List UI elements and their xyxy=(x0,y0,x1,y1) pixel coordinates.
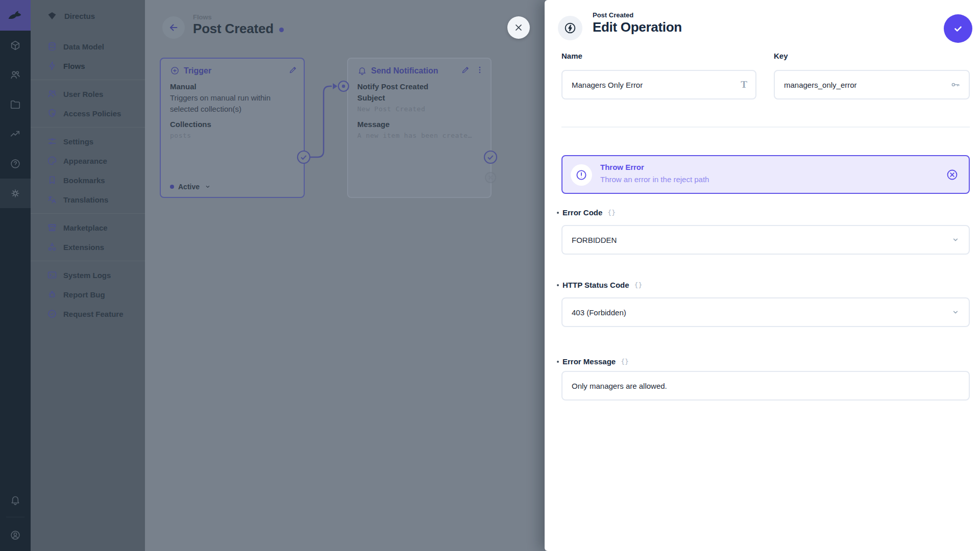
error-code-value: FORBIDDEN xyxy=(572,236,617,244)
operation-card-title: Send Notification xyxy=(371,66,438,76)
message-label: Message xyxy=(357,119,483,130)
sidebar-item-user-roles[interactable]: User Roles xyxy=(31,84,145,104)
collections-value: posts xyxy=(170,130,297,141)
sidebar-item-flows[interactable]: Flows xyxy=(31,56,145,76)
trigger-card[interactable]: Trigger Manual Triggers on manual run wi… xyxy=(160,58,305,198)
flow-status-dot xyxy=(279,28,284,32)
arrow-left-icon xyxy=(168,22,179,33)
raw-value-icon[interactable]: {} xyxy=(607,209,616,216)
module-settings[interactable] xyxy=(0,179,31,208)
operation-type-panel: Throw Error Throw an error in the reject… xyxy=(561,155,970,194)
operation-type-title: Throw Error xyxy=(600,163,644,171)
save-button[interactable] xyxy=(944,14,972,43)
module-docs[interactable] xyxy=(0,149,31,179)
http-status-select[interactable]: 403 (Forbidden) xyxy=(561,297,970,327)
operation-card-send-notification[interactable]: Send Notification Notify Post Created Su… xyxy=(347,58,492,198)
sidebar-item-data-model[interactable]: Data Model xyxy=(31,37,145,56)
shield-user-icon xyxy=(47,108,57,118)
throw-error-icon xyxy=(571,164,592,186)
bolt-icon xyxy=(47,61,57,71)
notifications-button[interactable] xyxy=(0,485,31,515)
nav-sidebar: Directus Data ModelFlowsUser RolesAccess… xyxy=(31,0,145,551)
edit-trigger-icon[interactable] xyxy=(288,65,298,74)
help-icon xyxy=(10,158,21,169)
sidebar-item-label: Marketplace xyxy=(63,223,108,232)
chevron-down-icon xyxy=(950,235,961,245)
module-bar-divider xyxy=(6,517,24,517)
collections-label: Collections xyxy=(170,119,297,130)
breadcrumb: Flows xyxy=(193,13,212,21)
edit-operation-icon[interactable] xyxy=(461,65,470,74)
chevron-down-icon xyxy=(204,183,212,191)
module-bar xyxy=(0,0,31,551)
sidebar-item-system-logs[interactable]: System Logs xyxy=(31,265,145,285)
flow-icon-chip xyxy=(558,16,582,40)
name-value: Managers Only Error xyxy=(572,81,643,89)
edit-operation-drawer: Post Created Edit Operation Name Manager… xyxy=(545,0,980,551)
http-status-label: HTTP Status Code {} xyxy=(562,281,642,289)
sidebar-item-access-policies[interactable]: Access Policies xyxy=(31,104,145,123)
flow-canvas: Flows Post Created Trigger Manual Trigge… xyxy=(145,0,545,551)
error-code-select[interactable]: FORBIDDEN xyxy=(561,225,970,255)
error-message-input[interactable]: Only managers are allowed. xyxy=(561,371,970,400)
deselect-operation-button[interactable] xyxy=(946,168,959,181)
name-label: Name xyxy=(561,52,582,60)
sidebar-item-appearance[interactable]: Appearance xyxy=(31,151,145,170)
drawer-title: Edit Operation xyxy=(593,19,682,35)
users-icon xyxy=(47,89,57,99)
close-drawer-button[interactable] xyxy=(507,16,530,39)
close-icon xyxy=(513,22,524,33)
key-input[interactable]: managers_only_error xyxy=(774,70,970,99)
sidebar-item-report-bug[interactable]: Report Bug xyxy=(31,285,145,304)
raw-value-icon[interactable]: {} xyxy=(634,281,643,289)
page-title: Post Created xyxy=(193,21,274,37)
sidebar-item-bookmarks[interactable]: Bookmarks xyxy=(31,170,145,190)
sidebar-item-settings[interactable]: Settings xyxy=(31,132,145,151)
sidebar-item-translations[interactable]: Translations xyxy=(31,190,145,209)
translate-icon xyxy=(47,194,57,205)
module-content[interactable] xyxy=(0,31,31,60)
cube-icon xyxy=(10,40,21,51)
operation-name: Notify Post Created xyxy=(357,81,483,92)
http-status-value: 403 (Forbidden) xyxy=(572,308,626,317)
edited-dot xyxy=(557,212,559,214)
project-name: Directus xyxy=(64,12,95,20)
sidebar-item-label: Report Bug xyxy=(63,290,105,299)
sidebar-item-label: Settings xyxy=(63,137,93,146)
drawer-subtitle: Post Created xyxy=(593,11,633,19)
active-status-dot xyxy=(170,185,174,189)
sidebar-item-marketplace[interactable]: Marketplace xyxy=(31,218,145,237)
error-code-label: Error Code {} xyxy=(562,208,616,217)
terminal-icon xyxy=(47,270,57,280)
bell-icon xyxy=(357,66,367,76)
operation-type-description: Throw an error in the reject path xyxy=(600,175,709,184)
trigger-type: Manual xyxy=(170,81,297,92)
bug-icon xyxy=(47,289,57,299)
nav-divider xyxy=(31,261,145,261)
palette-icon xyxy=(47,156,57,166)
sidebar-item-request-feature[interactable]: Request Feature xyxy=(31,304,145,323)
module-files[interactable] xyxy=(0,90,31,119)
tune-icon xyxy=(47,136,57,146)
nav-divider xyxy=(31,80,145,80)
module-insights[interactable] xyxy=(0,119,31,149)
name-input[interactable]: Managers Only Error T xyxy=(561,70,756,99)
module-users[interactable] xyxy=(0,60,31,90)
folder-icon xyxy=(10,99,21,110)
sidebar-item-label: Flows xyxy=(63,62,85,70)
sidebar-item-extensions[interactable]: Extensions xyxy=(31,237,145,257)
raw-value-icon[interactable]: {} xyxy=(621,358,629,365)
user-menu-button[interactable] xyxy=(0,519,31,551)
error-message-label: Error Message {} xyxy=(562,357,629,366)
badge-check-icon xyxy=(47,309,57,319)
gear-icon xyxy=(10,188,21,199)
directus-logo[interactable] xyxy=(0,0,31,31)
subject-value: New Post Created xyxy=(357,104,483,115)
back-button[interactable] xyxy=(162,16,185,39)
context-menu-icon[interactable] xyxy=(475,65,484,74)
flow-status-toggle[interactable]: Active xyxy=(170,183,212,191)
directus-rabbit-icon xyxy=(7,7,24,24)
project-header[interactable]: Directus xyxy=(31,0,145,32)
user-circle-icon xyxy=(10,530,21,541)
diamond-icon xyxy=(47,11,57,21)
